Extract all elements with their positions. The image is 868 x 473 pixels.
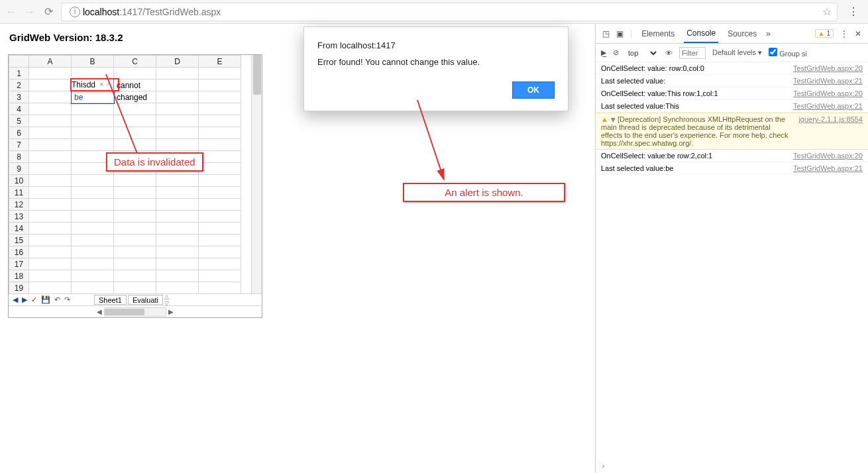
context-select[interactable]: top bbox=[625, 48, 659, 58]
sheet-tab-sheet1[interactable]: Sheet1 bbox=[94, 295, 127, 305]
console-log-source[interactable]: TestGridWeb.aspx:20 bbox=[793, 89, 863, 97]
console-log-source[interactable]: TestGridWeb.aspx:21 bbox=[793, 77, 863, 85]
cell[interactable] bbox=[72, 270, 114, 282]
cell-C3[interactable]: changed bbox=[114, 91, 156, 103]
submit-icon[interactable]: ✓ bbox=[31, 295, 37, 304]
warnings-chip[interactable]: ▲1 bbox=[815, 29, 834, 38]
cell[interactable] bbox=[29, 175, 72, 187]
tab-elements[interactable]: Elements bbox=[639, 24, 677, 43]
grid-vertical-scrollbar[interactable] bbox=[251, 55, 262, 293]
cell[interactable] bbox=[199, 139, 241, 151]
cell[interactable] bbox=[114, 246, 156, 258]
console-log-source[interactable]: TestGridWeb.aspx:21 bbox=[793, 164, 863, 172]
row-header[interactable]: 5 bbox=[9, 115, 29, 127]
cell[interactable] bbox=[156, 91, 199, 103]
cell[interactable] bbox=[29, 211, 72, 223]
cell[interactable] bbox=[199, 270, 241, 282]
cell[interactable] bbox=[29, 163, 72, 175]
cell[interactable] bbox=[156, 68, 199, 79]
row-header[interactable]: 15 bbox=[9, 235, 29, 246]
cell[interactable] bbox=[199, 103, 241, 115]
cell[interactable] bbox=[156, 199, 199, 211]
row-header[interactable]: 2 bbox=[9, 79, 29, 91]
cell[interactable] bbox=[199, 115, 241, 127]
console-log-source[interactable]: TestGridWeb.aspx:20 bbox=[793, 152, 863, 160]
console-log[interactable]: OnCellSelect: value: row:0,col:0TestGrid… bbox=[596, 62, 868, 459]
hscroll-right-icon[interactable]: ▶ bbox=[166, 308, 176, 315]
expand-icon[interactable]: ▶ bbox=[610, 118, 616, 123]
inspect-icon[interactable]: ◳ bbox=[602, 29, 610, 38]
row-header[interactable]: 8 bbox=[9, 151, 29, 163]
cell[interactable] bbox=[29, 223, 72, 235]
col-header-A[interactable]: A bbox=[29, 56, 72, 68]
cell[interactable] bbox=[29, 282, 72, 294]
cell[interactable] bbox=[114, 139, 156, 151]
next-page-icon[interactable]: ▶ bbox=[22, 295, 27, 304]
hscroll-left-icon[interactable]: ◀ bbox=[95, 308, 104, 315]
cell[interactable] bbox=[29, 258, 72, 270]
row-header[interactable]: 6 bbox=[9, 127, 29, 139]
console-log-source[interactable]: TestGridWeb.aspx:21 bbox=[793, 102, 863, 110]
col-header-C[interactable]: C bbox=[114, 56, 156, 68]
grid-horizontal-scrollbar[interactable]: ◀ ▶ bbox=[9, 306, 262, 317]
cell[interactable] bbox=[156, 79, 199, 91]
cell[interactable] bbox=[156, 246, 199, 258]
cell[interactable] bbox=[114, 115, 156, 127]
console-log-entry[interactable]: ▲▶[Deprecation] Synchronous XMLHttpReque… bbox=[596, 113, 868, 150]
cell-B2-editing[interactable]: ✕ ✓ bbox=[72, 79, 114, 91]
cell[interactable] bbox=[199, 163, 241, 175]
row-header[interactable]: 3 bbox=[9, 91, 29, 103]
console-log-source[interactable]: TestGridWeb.aspx:20 bbox=[793, 64, 863, 72]
cell[interactable] bbox=[199, 79, 241, 91]
console-log-entry[interactable]: Last selected value:ThisTestGridWeb.aspx… bbox=[596, 100, 868, 113]
cell[interactable] bbox=[114, 282, 156, 294]
hscroll-thumb[interactable] bbox=[105, 309, 144, 315]
browser-menu-icon[interactable]: ⋮ bbox=[844, 5, 863, 18]
cell[interactable] bbox=[72, 258, 114, 270]
address-bar[interactable]: i localhost:1417/TestGridWeb.aspx ☆ bbox=[61, 3, 838, 21]
reload-button[interactable]: ⟳ bbox=[42, 6, 54, 18]
cell[interactable] bbox=[199, 282, 241, 294]
cell[interactable] bbox=[29, 115, 72, 127]
cell[interactable] bbox=[72, 103, 114, 115]
cell[interactable] bbox=[114, 175, 156, 187]
console-log-entry[interactable]: Last selected value:TestGridWeb.aspx:21 bbox=[596, 75, 868, 87]
row-header[interactable]: 17 bbox=[9, 258, 29, 270]
eye-icon[interactable]: 👁 bbox=[665, 49, 673, 57]
corner-header[interactable] bbox=[9, 56, 29, 68]
cell[interactable] bbox=[199, 223, 241, 235]
cell[interactable] bbox=[72, 139, 114, 151]
cell[interactable] bbox=[29, 139, 72, 151]
prev-page-icon[interactable]: ◀ bbox=[13, 295, 18, 304]
col-header-D[interactable]: D bbox=[156, 56, 199, 68]
cell[interactable] bbox=[114, 270, 156, 282]
row-header[interactable]: 4 bbox=[9, 103, 29, 115]
row-header[interactable]: 13 bbox=[9, 211, 29, 223]
console-log-entry[interactable]: Last selected value:beTestGridWeb.aspx:2… bbox=[596, 162, 868, 175]
console-log-entry[interactable]: OnCellSelect: value:This row:1,col:1Test… bbox=[596, 87, 868, 100]
console-prompt[interactable]: › bbox=[596, 459, 868, 473]
cell[interactable] bbox=[72, 211, 114, 223]
cell[interactable] bbox=[72, 246, 114, 258]
sheet-tab-evaluation[interactable]: Evaluati bbox=[128, 295, 163, 305]
cell[interactable] bbox=[156, 187, 199, 199]
cell[interactable] bbox=[29, 151, 72, 163]
cell[interactable] bbox=[156, 258, 199, 270]
col-header-B[interactable]: B bbox=[72, 56, 114, 68]
console-filter-input[interactable] bbox=[679, 47, 706, 59]
undo-icon[interactable]: ↶ bbox=[54, 295, 60, 304]
more-tabs-icon[interactable]: » bbox=[766, 29, 771, 38]
console-log-source[interactable]: jquery-2.1.1.js:8554 bbox=[798, 115, 863, 147]
cell[interactable] bbox=[199, 151, 241, 163]
row-header[interactable]: 16 bbox=[9, 246, 29, 258]
row-header[interactable]: 10 bbox=[9, 175, 29, 187]
cell[interactable] bbox=[72, 187, 114, 199]
cell[interactable] bbox=[156, 115, 199, 127]
cell-C2[interactable]: cannot bbox=[114, 79, 156, 91]
cell[interactable] bbox=[156, 235, 199, 246]
cell[interactable] bbox=[199, 211, 241, 223]
cell[interactable] bbox=[72, 175, 114, 187]
cell[interactable] bbox=[29, 103, 72, 115]
cell[interactable] bbox=[199, 199, 241, 211]
tab-sources[interactable]: Sources bbox=[725, 24, 759, 43]
